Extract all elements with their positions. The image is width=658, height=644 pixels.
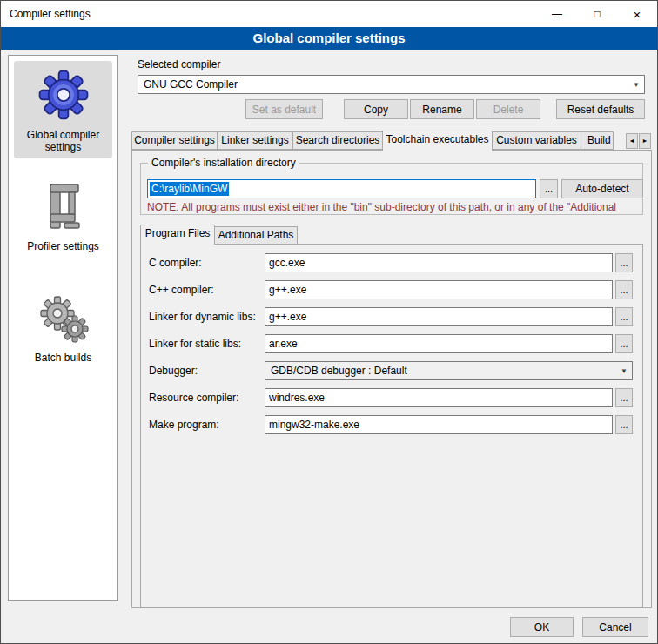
cpp-compiler-input[interactable]	[265, 280, 613, 299]
subtab-additional-paths[interactable]: Additional Paths	[214, 226, 298, 245]
minimize-icon: —	[552, 8, 562, 20]
gear-icon	[37, 68, 91, 122]
field-label: Linker for dynamic libs:	[149, 311, 256, 323]
installation-directory-group-label: Compiler's installation directory	[148, 157, 299, 169]
selected-compiler-label: Selected compiler	[138, 58, 220, 70]
sidebar-item-profiler-settings[interactable]: Profiler settings	[14, 174, 112, 258]
make-program-browse-button[interactable]: ...	[615, 415, 633, 434]
tab-search-directories[interactable]: Search directories	[292, 131, 383, 150]
minimize-button[interactable]: —	[537, 1, 577, 27]
window-title: Compiler settings	[1, 8, 91, 20]
make-program-input[interactable]	[265, 415, 613, 434]
set-as-default-button[interactable]: Set as default	[245, 99, 323, 119]
titlebar: Compiler settings — □ ×	[1, 1, 657, 27]
tab-scroll-right-button[interactable]: ►	[639, 133, 651, 149]
tab-compiler-settings[interactable]: Compiler settings	[131, 131, 218, 150]
compiler-select[interactable]: GNU GCC Compiler ▼	[138, 75, 645, 94]
chevron-down-icon: ▼	[616, 367, 632, 375]
reset-defaults-button[interactable]: Reset defaults	[556, 99, 645, 119]
cpp-compiler-browse-button[interactable]: ...	[615, 280, 633, 299]
delete-button[interactable]: Delete	[476, 99, 540, 119]
copy-button[interactable]: Copy	[344, 99, 408, 119]
chevron-down-icon: ▼	[628, 81, 644, 89]
sidebar-item-batch-builds[interactable]: Batch builds	[14, 287, 112, 369]
subtab-program-files[interactable]: Program Files	[140, 225, 215, 245]
clamp-icon	[40, 181, 87, 233]
tab-scroll-left-button[interactable]: ◄	[626, 133, 638, 149]
sidebar: Global compiler settings Profiler settin…	[8, 55, 118, 601]
note-text: NOTE: All programs must exist either in …	[147, 201, 641, 213]
debugger-select-value: GDB/CDB debugger : Default	[271, 365, 407, 377]
compiler-select-value: GNU GCC Compiler	[144, 78, 238, 91]
tab-build-options[interactable]: Build	[581, 131, 614, 150]
tab-toolchain-executables[interactable]: Toolchain executables	[382, 131, 493, 151]
dynamic-linker-input[interactable]	[265, 307, 613, 326]
compiler-settings-dialog: Compiler settings — □ × Global compiler …	[0, 0, 658, 644]
sidebar-item-label: Profiler settings	[27, 240, 99, 252]
tab-linker-settings[interactable]: Linker settings	[217, 131, 293, 150]
installation-directory-input[interactable]: C:\raylib\MinGW	[147, 179, 536, 198]
c-compiler-input[interactable]	[265, 253, 613, 272]
page-title: Global compiler settings	[1, 27, 657, 50]
ok-button[interactable]: OK	[510, 617, 574, 637]
field-label: Resource compiler:	[149, 392, 238, 404]
window-controls: — □ ×	[537, 1, 657, 27]
field-label: Linker for static libs:	[149, 338, 241, 350]
gears-icon	[37, 294, 91, 345]
close-button[interactable]: ×	[617, 1, 657, 27]
field-label: C compiler:	[149, 257, 202, 269]
maximize-icon: □	[594, 8, 600, 20]
c-compiler-browse-button[interactable]: ...	[615, 253, 633, 272]
sidebar-item-label: Global compiler settings	[16, 129, 111, 153]
field-label: C++ compiler:	[149, 284, 214, 296]
sidebar-item-label: Batch builds	[35, 352, 91, 364]
resource-compiler-input[interactable]	[265, 388, 613, 407]
resource-compiler-browse-button[interactable]: ...	[615, 388, 633, 407]
field-label: Make program:	[149, 419, 219, 431]
auto-detect-button[interactable]: Auto-detect	[561, 179, 643, 198]
installation-directory-browse-button[interactable]: ...	[540, 179, 558, 198]
sidebar-item-global-compiler-settings[interactable]: Global compiler settings	[14, 61, 112, 158]
cancel-button[interactable]: Cancel	[582, 617, 648, 637]
debugger-select[interactable]: GDB/CDB debugger : Default ▼	[265, 361, 633, 380]
static-linker-input[interactable]	[265, 334, 613, 353]
rename-button[interactable]: Rename	[410, 99, 474, 119]
tab-custom-variables[interactable]: Custom variables	[492, 131, 581, 150]
dynamic-linker-browse-button[interactable]: ...	[615, 307, 633, 326]
close-icon: ×	[634, 7, 641, 22]
installation-directory-value: C:\raylib\MinGW	[150, 182, 229, 196]
maximize-button[interactable]: □	[577, 1, 617, 27]
static-linker-browse-button[interactable]: ...	[615, 334, 633, 353]
field-label: Debugger:	[149, 365, 198, 377]
